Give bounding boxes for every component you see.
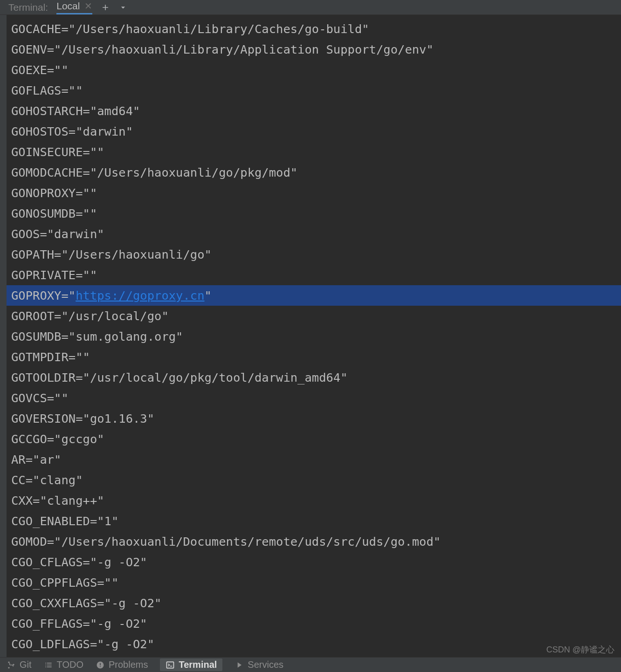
terminal-line: GOINSECURE="" — [11, 142, 616, 162]
toolbar-item-git[interactable]: Git — [7, 659, 32, 670]
terminal-output[interactable]: GOCACHE="/Users/haoxuanli/Library/Caches… — [7, 15, 621, 657]
terminal-line: GOPROXY="https://goproxy.cn" — [7, 285, 621, 306]
left-toolwindow-gutter — [0, 15, 7, 657]
toolbar-label: Services — [248, 659, 283, 670]
terminal-line: GONOPROXY="" — [11, 183, 616, 203]
terminal-tab-label: Local — [56, 0, 80, 12]
terminal-line: GOVERSION="go1.16.3" — [11, 408, 616, 429]
terminal-tab-local[interactable]: Local ✕ — [56, 0, 92, 14]
terminal-line: GOPATH="/Users/haoxuanli/go" — [11, 244, 616, 265]
terminal-line: CGO_LDFLAGS="-g -O2" — [11, 634, 616, 654]
terminal-line: CGO_FFLAGS="-g -O2" — [11, 613, 616, 634]
terminal-line: GOOS="darwin" — [11, 224, 616, 244]
terminal-line: GCCGO="gccgo" — [11, 429, 616, 449]
toolbar-label: Terminal — [179, 659, 217, 670]
terminal-line: CGO_ENABLED="1" — [11, 511, 616, 531]
toolbar-item-todo[interactable]: TODO — [44, 659, 83, 670]
terminal-line: GOMODCACHE="/Users/haoxuanli/go/pkg/mod" — [11, 162, 616, 183]
toolbar-label: TODO — [57, 659, 83, 670]
terminal-line: GOROOT="/usr/local/go" — [11, 306, 616, 326]
terminal-panel-label: Terminal: — [8, 2, 48, 13]
branch-icon — [7, 660, 16, 670]
terminal-line: GOTOOLDIR="/usr/local/go/pkg/tool/darwin… — [11, 367, 616, 388]
toolbar-item-terminal[interactable]: Terminal — [160, 658, 222, 671]
toolbar-label: Problems — [109, 659, 148, 670]
close-icon[interactable]: ✕ — [84, 0, 92, 12]
terminal-line: GOHOSTOS="darwin" — [11, 121, 616, 142]
terminal-header: Terminal: Local ✕ — [0, 0, 621, 15]
svg-rect-2 — [100, 666, 101, 667]
toolbar-item-problems[interactable]: Problems — [96, 659, 148, 670]
terminal-line: GOENV="/Users/haoxuanli/Library/Applicat… — [11, 39, 616, 60]
bottom-toolbar: Git TODO Problems Terminal Services — [0, 657, 621, 672]
terminal-icon — [166, 660, 175, 670]
terminal-line: GOMOD="/Users/haoxuanli/Documents/remote… — [11, 531, 616, 552]
terminal-line: GOCACHE="/Users/haoxuanli/Library/Caches… — [11, 19, 616, 39]
chevron-down-icon[interactable] — [118, 3, 128, 12]
terminal-line: CXX="clang++" — [11, 490, 616, 511]
terminal-line: AR="ar" — [11, 449, 616, 470]
plus-icon[interactable] — [101, 3, 110, 12]
terminal-line: GOEXE="" — [11, 60, 616, 80]
terminal-line: CGO_CPPFLAGS="" — [11, 572, 616, 593]
terminal-line: CC="clang" — [11, 470, 616, 490]
terminal-line: GOFLAGS="" — [11, 80, 616, 101]
terminal-line: GOHOSTARCH="amd64" — [11, 101, 616, 121]
svg-rect-1 — [100, 663, 101, 665]
terminal-line: GONOSUMDB="" — [11, 203, 616, 224]
services-icon — [235, 660, 244, 670]
svg-rect-3 — [167, 662, 174, 668]
terminal-line: GOSUMDB="sum.golang.org" — [11, 326, 616, 347]
terminal-line: GOPRIVATE="" — [11, 265, 616, 285]
terminal-link[interactable]: https://goproxy.cn — [76, 288, 204, 302]
terminal-line: CGO_CXXFLAGS="-g -O2" — [11, 593, 616, 613]
warning-icon — [96, 660, 105, 670]
list-icon — [44, 660, 53, 670]
terminal-line: GOVCS="" — [11, 388, 616, 408]
toolbar-label: Git — [20, 659, 32, 670]
terminal-line: CGO_CFLAGS="-g -O2" — [11, 552, 616, 572]
toolbar-item-services[interactable]: Services — [235, 659, 283, 670]
terminal-line: GOTMPDIR="" — [11, 347, 616, 367]
watermark-text: CSDN @静谧之心 — [546, 644, 614, 655]
